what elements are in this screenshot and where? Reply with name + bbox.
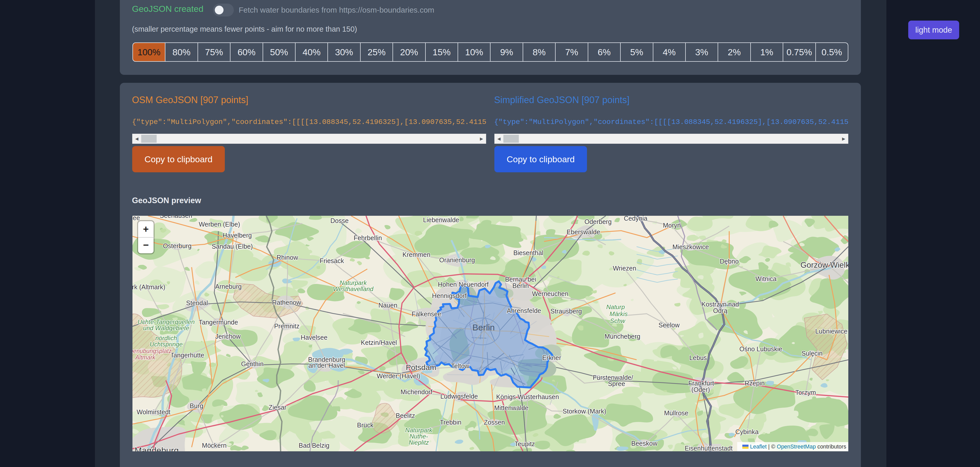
svg-text:Eisenhüttenstadt: Eisenhüttenstadt bbox=[685, 445, 733, 451]
svg-text:Oranienburg: Oranienburg bbox=[439, 256, 475, 264]
svg-text:Seehausen: Seehausen bbox=[160, 216, 192, 219]
svg-text:Kostrzyn nad: Kostrzyn nad bbox=[702, 300, 739, 308]
svg-text:nördlich: nördlich bbox=[155, 335, 177, 342]
svg-text:Zossen: Zossen bbox=[484, 419, 505, 426]
svg-text:Ziesar: Ziesar bbox=[269, 404, 286, 411]
svg-text:Falkensee: Falkensee bbox=[412, 310, 441, 318]
svg-text:Liebenwalde: Liebenwalde bbox=[423, 216, 459, 224]
svg-text:Nauen: Nauen bbox=[379, 302, 398, 309]
svg-text:Cedynia: Cedynia bbox=[624, 216, 648, 222]
svg-text:Schw: Schw bbox=[610, 317, 625, 324]
svg-text:Müncheberg: Müncheberg bbox=[605, 333, 641, 340]
svg-text:Magdeburg: Magdeburg bbox=[135, 445, 179, 451]
svg-text:Kremmen: Kremmen bbox=[402, 251, 430, 258]
svg-text:und Waldgebiete: und Waldgebiete bbox=[143, 324, 189, 332]
svg-text:Ahrensfelde: Ahrensfelde bbox=[507, 307, 541, 314]
svg-text:Lebus: Lebus bbox=[689, 354, 707, 361]
svg-text:Potsdam: Potsdam bbox=[406, 363, 436, 372]
svg-text:Rzepin: Rzepin bbox=[745, 380, 765, 387]
svg-text:Osterburg: Osterburg bbox=[163, 242, 191, 249]
svg-text:Odrą: Odrą bbox=[713, 307, 727, 314]
svg-text:Möckern: Möckern bbox=[202, 442, 227, 449]
svg-text:Rhinow: Rhinow bbox=[277, 254, 298, 261]
svg-text:Berlin: Berlin bbox=[512, 282, 529, 289]
svg-text:Teupitz: Teupitz bbox=[514, 440, 535, 448]
svg-text:Michendorf: Michendorf bbox=[401, 388, 433, 396]
svg-text:Strausberg: Strausberg bbox=[550, 308, 582, 315]
svg-text:Hennigsdorf: Hennigsdorf bbox=[432, 292, 467, 299]
svg-text:Havelsee: Havelsee bbox=[301, 334, 328, 341]
svg-text:Tangermünde: Tangermünde bbox=[199, 319, 238, 326]
svg-text:Sulęcin: Sulęcin bbox=[802, 350, 822, 357]
svg-text:Premnitz: Premnitz bbox=[274, 322, 300, 330]
svg-text:Torzym: Torzym bbox=[795, 389, 816, 396]
svg-text:Havelberg: Havelberg bbox=[223, 232, 252, 239]
svg-text:Wriezen: Wriezen bbox=[613, 265, 636, 272]
svg-text:Altmark: Altmark bbox=[135, 354, 156, 361]
svg-text:Trebbin: Trebbin bbox=[440, 419, 461, 426]
svg-text:Cybinka: Cybinka bbox=[735, 428, 759, 435]
svg-text:Ketzin/Havel: Ketzin/Havel bbox=[361, 339, 397, 346]
svg-text:Naturp: Naturp bbox=[606, 303, 625, 310]
svg-text:Ludwigsfelde: Ludwigsfelde bbox=[441, 393, 478, 400]
svg-text:Tangerhütte: Tangerhütte bbox=[170, 351, 204, 359]
svg-text:Königs Wusterhausen: Königs Wusterhausen bbox=[496, 393, 559, 400]
svg-text:Bad Belzig: Bad Belzig bbox=[299, 442, 329, 449]
svg-text:Westhavelland: Westhavelland bbox=[333, 286, 374, 292]
svg-text:Nuthe-: Nuthe- bbox=[409, 433, 428, 440]
svg-text:Frankfurt: Frankfurt bbox=[688, 380, 714, 387]
svg-text:Seelow: Seelow bbox=[659, 321, 680, 329]
svg-text:Nieplitz: Nieplitz bbox=[409, 439, 429, 446]
svg-text:Burg: Burg bbox=[190, 402, 204, 410]
svg-text:Werder (Havel): Werder (Havel) bbox=[377, 372, 420, 380]
svg-text:Friesack: Friesack bbox=[320, 257, 344, 264]
svg-text:Berlin: Berlin bbox=[473, 322, 495, 332]
svg-text:Wolmirstedt: Wolmirstedt bbox=[137, 408, 170, 416]
svg-text:Ośno Lubuskie: Ośno Lubuskie bbox=[740, 345, 783, 353]
svg-text:Dębno: Dębno bbox=[720, 258, 739, 265]
svg-text:Spree: Spree bbox=[608, 380, 625, 387]
svg-text:Werneuchen: Werneuchen bbox=[532, 290, 568, 297]
svg-text:Rathenow: Rathenow bbox=[272, 299, 301, 306]
svg-text:Gorzów Wielkopo: Gorzów Wielkopo bbox=[800, 261, 848, 270]
svg-text:Arneburg: Arneburg bbox=[215, 283, 242, 290]
svg-text:Genthin: Genthin bbox=[241, 360, 264, 367]
svg-text:Moryń: Moryń bbox=[663, 222, 681, 229]
svg-text:Mittenwalde: Mittenwalde bbox=[494, 404, 528, 411]
svg-text:Naturpark: Naturpark bbox=[405, 427, 433, 434]
svg-text:Oderberg: Oderberg bbox=[584, 218, 612, 225]
svg-text:Beeskow: Beeskow bbox=[631, 440, 657, 447]
svg-text:Bernau bei: Bernau bei bbox=[505, 276, 536, 283]
svg-text:Fehrbellin: Fehrbellin bbox=[354, 234, 382, 241]
svg-text:Teltow: Teltow bbox=[451, 362, 470, 370]
svg-text:Naturpark: Naturpark bbox=[339, 279, 367, 286]
svg-text:ark (Altmark): ark (Altmark) bbox=[132, 283, 165, 291]
svg-text:Uchtspringe: Uchtspringe bbox=[150, 341, 183, 348]
svg-text:Uchte-Tangerquellen: Uchte-Tangerquellen bbox=[138, 318, 195, 325]
svg-text:Sandau (Elbe): Sandau (Elbe) bbox=[212, 243, 253, 250]
svg-text:Brück: Brück bbox=[357, 421, 374, 429]
svg-text:(Oder): (Oder) bbox=[691, 386, 710, 393]
svg-text:Müllrose: Müllrose bbox=[664, 410, 688, 416]
svg-text:Stendal: Stendal bbox=[186, 299, 208, 307]
svg-text:Eberswalde: Eberswalde bbox=[566, 228, 600, 235]
svg-text:Märkis: Märkis bbox=[609, 310, 628, 317]
svg-text:Dosse: Dosse bbox=[331, 217, 349, 224]
svg-text:Mieszkowice: Mieszkowice bbox=[672, 243, 709, 251]
svg-text:Werben (Elbe): Werben (Elbe) bbox=[199, 221, 240, 228]
svg-text:an der Havel: an der Havel bbox=[309, 362, 345, 369]
svg-text:Erkner: Erkner bbox=[542, 354, 561, 361]
svg-text:Lubniewice: Lubniewice bbox=[815, 327, 847, 335]
svg-text:penübungsplatz: penübungsplatz bbox=[132, 348, 172, 354]
svg-text:Storkow (Mark): Storkow (Mark) bbox=[563, 408, 606, 415]
svg-text:Jerichow: Jerichow bbox=[215, 333, 241, 340]
svg-text:Beelitz: Beelitz bbox=[396, 412, 415, 419]
svg-text:Hohen Neuendorf: Hohen Neuendorf bbox=[438, 281, 488, 288]
svg-text:see: see bbox=[132, 216, 140, 221]
svg-text:Witnica: Witnica bbox=[756, 275, 776, 282]
svg-text:Biesenthal: Biesenthal bbox=[514, 249, 544, 256]
